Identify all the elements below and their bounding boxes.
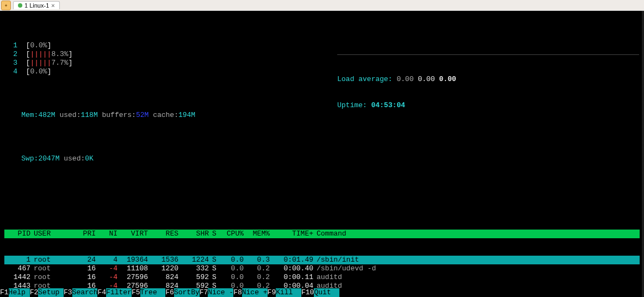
scrollbar[interactable] bbox=[642, 11, 644, 297]
mem-total: 482M bbox=[38, 111, 55, 119]
mem-cache: 194M bbox=[178, 111, 195, 119]
tab-bar: ✦ 1 Linux-1 × bbox=[0, 0, 644, 11]
col-command[interactable]: Command bbox=[313, 230, 640, 238]
terminal-view[interactable]: 1 [ 0.0%]2 [||||| 8.3%]3 [||||| 7.7% bbox=[0, 11, 644, 297]
tab-close-icon[interactable]: × bbox=[51, 2, 54, 9]
col-mempct[interactable]: MEM% bbox=[244, 230, 270, 238]
cpu-meters: 1 [ 0.0%]2 [||||| 8.3%]3 [||||| 7.7% bbox=[4, 41, 640, 76]
fkey-f4[interactable]: F4Filter bbox=[97, 288, 131, 297]
fkey-f7[interactable]: F7Nice - bbox=[200, 288, 233, 297]
new-tab-button[interactable]: ✦ bbox=[1, 1, 11, 10]
col-res[interactable]: RES bbox=[148, 230, 178, 238]
system-info: Load average: 0.00 0.00 0.00 Uptime: 04:… bbox=[337, 58, 456, 127]
col-s[interactable]: S bbox=[209, 230, 218, 238]
process-row[interactable]: 467root16-4111081220332S0.00.20:00.40/sb… bbox=[4, 264, 640, 273]
col-pri[interactable]: PRI bbox=[74, 230, 96, 238]
col-virt[interactable]: VIRT bbox=[117, 230, 148, 238]
connection-status-icon bbox=[18, 3, 22, 8]
col-cpupct[interactable]: CPU% bbox=[218, 230, 244, 238]
fkey-f6[interactable]: F6SortBy bbox=[165, 288, 199, 297]
swp-total: 2047M bbox=[38, 154, 59, 163]
tab-title: 1 Linux-1 bbox=[24, 2, 49, 9]
uptime-value: 04:53:04 bbox=[371, 101, 405, 109]
swp-used: 0K bbox=[85, 154, 94, 163]
fkey-f1[interactable]: F1Help bbox=[0, 288, 30, 297]
cpu-meter-1: 1 [ 0.0%] bbox=[4, 41, 640, 50]
col-ni[interactable]: NI bbox=[96, 230, 117, 238]
fkey-f9[interactable]: F9Kill bbox=[268, 288, 301, 297]
load-5: 0.00 bbox=[418, 75, 435, 83]
col-timeplus[interactable]: TIME+ bbox=[270, 230, 313, 238]
fkey-f5[interactable]: F5Tree bbox=[132, 288, 165, 297]
mem-used: 118M bbox=[81, 111, 97, 119]
process-row[interactable]: 1root2441936415361224S0.00.30:01.49/sbin… bbox=[4, 256, 640, 264]
col-pid[interactable]: PID bbox=[4, 230, 30, 238]
mem-buffers: 52M bbox=[136, 111, 148, 119]
fkey-f8[interactable]: F8Nice + bbox=[233, 288, 267, 297]
mem-line: Mem:482M used:118M buffers:52M cache:194… bbox=[4, 102, 640, 128]
fkey-f3[interactable]: F3Search bbox=[64, 288, 97, 297]
load-15: 0.00 bbox=[439, 75, 456, 83]
function-key-bar: F1Help F2Setup F3SearchF4FilterF5Tree F6… bbox=[0, 288, 644, 297]
col-shr[interactable]: SHR bbox=[178, 230, 209, 238]
swp-line: Swp:2047M used:0K bbox=[4, 146, 640, 172]
cpu-meter-3: 3 [||||| 7.7%] bbox=[4, 59, 640, 67]
col-user[interactable]: USER bbox=[30, 230, 74, 238]
cpu-meter-4: 4 [ 0.0%] bbox=[4, 67, 640, 76]
load-1: 0.00 bbox=[397, 75, 413, 83]
process-header[interactable]: PIDUSERPRINIVIRTRESSHRSCPU%MEM%TIME+Comm… bbox=[4, 230, 640, 238]
tab-linux-1[interactable]: 1 Linux-1 × bbox=[13, 1, 60, 9]
divider bbox=[337, 54, 639, 55]
fkey-f10[interactable]: F10Quit bbox=[301, 288, 339, 297]
fkey-f2[interactable]: F2Setup bbox=[30, 288, 64, 297]
process-row[interactable]: 1442root16-427596824592S0.00.20:00.11aud… bbox=[4, 273, 640, 282]
